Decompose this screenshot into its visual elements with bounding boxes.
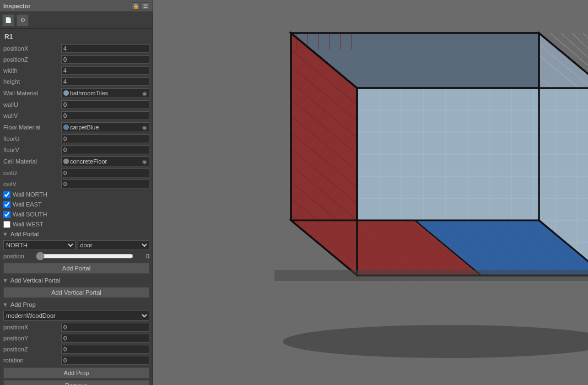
- prop-positionY-input[interactable]: [61, 334, 149, 343]
- prop-positionZ-input[interactable]: [61, 345, 149, 354]
- ceil-material-label: Ceil Material: [3, 158, 61, 165]
- prop-positionY-label: positionY: [3, 335, 61, 341]
- wall-south-label: Wall SOUTH: [13, 211, 47, 218]
- floor-material-arrow: ◉: [142, 124, 147, 131]
- floor-material-dot: [63, 124, 69, 130]
- wall-east-checkbox[interactable]: [3, 201, 10, 208]
- ceilU-label: ceilU: [3, 170, 61, 176]
- portal-type-select[interactable]: door window arch: [78, 240, 150, 250]
- floorV-input[interactable]: [61, 145, 149, 154]
- floor-material-select[interactable]: carpetBlue ◉: [61, 122, 149, 132]
- floorU-input[interactable]: [61, 134, 149, 143]
- inspector-toolbar: 📄 ⚙: [0, 12, 153, 29]
- lock-button[interactable]: 🔒: [132, 2, 139, 10]
- ceilU-input[interactable]: [61, 169, 149, 177]
- ceil-material-select[interactable]: concreteFloor ◉: [61, 156, 149, 166]
- positionX-input[interactable]: [61, 44, 149, 53]
- floorV-row: floorV: [0, 144, 153, 155]
- portal-position-value: 0: [136, 253, 149, 259]
- wall-material-row: Wall Material bathroomTiles ◉: [0, 87, 153, 99]
- floorV-label: floorV: [3, 147, 61, 153]
- wallV-label: wallV: [3, 112, 61, 119]
- wall-north-row: Wall NORTH: [0, 189, 153, 199]
- add-portal-label: Add Portal: [10, 231, 39, 237]
- prop-rotation-input[interactable]: [61, 356, 149, 365]
- ceil-material-dot: [63, 159, 69, 164]
- ceil-material-name: concreteFloor: [70, 158, 141, 165]
- wall-material-name: bathroomTiles: [70, 90, 141, 96]
- positionX-row: positionX: [0, 43, 153, 54]
- prop-rotation-row: rotation: [0, 355, 153, 366]
- height-label: height: [3, 78, 61, 85]
- add-portal-arrow: ▼: [2, 231, 8, 237]
- height-input[interactable]: [61, 77, 149, 86]
- inspector-header: Inspector 🔒 ☰: [0, 0, 153, 12]
- wall-material-arrow: ◉: [142, 90, 147, 96]
- ceilU-row: ceilU: [0, 167, 153, 178]
- wallV-input[interactable]: [61, 111, 149, 120]
- inspector-panel: Inspector 🔒 ☰ 📄 ⚙ R1 positionX positionZ…: [0, 0, 153, 385]
- add-vertical-portal-arrow: ▼: [2, 277, 8, 284]
- width-label: width: [3, 67, 61, 74]
- portal-position-row: position 0: [0, 251, 153, 261]
- wall-east-row: Wall EAST: [0, 199, 153, 209]
- prop-positionX-input[interactable]: [61, 323, 149, 332]
- portal-direction-select[interactable]: NORTH SOUTH EAST WEST: [3, 240, 75, 250]
- file-icon-button[interactable]: 📄: [2, 14, 14, 26]
- width-input[interactable]: [61, 66, 149, 75]
- portal-position-slider[interactable]: [36, 252, 133, 260]
- add-vertical-portal-button[interactable]: Add Vertical Portal: [3, 287, 149, 298]
- width-row: width: [0, 65, 153, 76]
- portal-dropdowns: NORTH SOUTH EAST WEST door window arch: [0, 239, 153, 251]
- positionZ-input[interactable]: [61, 55, 149, 64]
- inspector-controls: 🔒 ☰: [132, 2, 149, 10]
- portal-position-label: position: [3, 253, 34, 259]
- menu-button[interactable]: ☰: [142, 2, 149, 10]
- wall-material-dot: [63, 90, 69, 96]
- positionZ-label: positionZ: [3, 56, 61, 63]
- settings-icon-button[interactable]: ⚙: [17, 14, 29, 26]
- prop-positionZ-label: positionZ: [3, 346, 61, 353]
- wall-material-select[interactable]: bathroomTiles ◉: [61, 88, 149, 98]
- ceil-material-row: Ceil Material concreteFloor ◉: [0, 155, 153, 167]
- remove-button[interactable]: Remove: [3, 380, 149, 385]
- object-name: R1: [0, 31, 153, 43]
- prop-name-select[interactable]: modernWoodDoor: [3, 311, 149, 321]
- wallU-row: wallU: [0, 99, 153, 110]
- viewport: [153, 0, 588, 385]
- positionZ-row: positionZ: [0, 54, 153, 65]
- prop-positionX-label: positionX: [3, 324, 61, 330]
- add-prop-arrow: ▼: [2, 301, 8, 308]
- inspector-body[interactable]: R1 positionX positionZ width height Wall…: [0, 29, 153, 385]
- floorU-row: floorU: [0, 133, 153, 144]
- wall-south-row: Wall SOUTH: [0, 209, 153, 219]
- floor-material-name: carpetBlue: [70, 124, 141, 131]
- wall-west-row: Wall WEST: [0, 219, 153, 229]
- wall-material-label: Wall Material: [3, 90, 61, 96]
- floorU-label: floorU: [3, 135, 61, 142]
- add-prop-button[interactable]: Add Prop: [3, 367, 149, 378]
- wall-north-checkbox[interactable]: [3, 191, 10, 198]
- add-prop-section-header[interactable]: ▼ Add Prop: [0, 300, 153, 310]
- room-3d-view: [153, 0, 588, 385]
- inspector-title: Inspector: [3, 3, 31, 9]
- add-vertical-portal-label: Add Vertical Portal: [10, 277, 61, 284]
- prop-name-row: modernWoodDoor: [0, 310, 153, 322]
- add-portal-button[interactable]: Add Portal: [3, 263, 149, 274]
- add-vertical-portal-section-header[interactable]: ▼ Add Vertical Portal: [0, 275, 153, 285]
- wall-west-checkbox[interactable]: [3, 221, 10, 228]
- ceil-material-arrow: ◉: [142, 159, 147, 165]
- wall-south-checkbox[interactable]: [3, 211, 10, 218]
- wallU-input[interactable]: [61, 100, 149, 109]
- floor-material-label: Floor Material: [3, 124, 61, 131]
- prop-positionY-row: positionY: [0, 333, 153, 344]
- ceilV-input[interactable]: [61, 180, 149, 188]
- prop-rotation-label: rotation: [3, 357, 61, 364]
- add-prop-label: Add Prop: [10, 301, 36, 308]
- positionX-label: positionX: [3, 45, 61, 52]
- add-portal-section-header[interactable]: ▼ Add Portal: [0, 229, 153, 239]
- floor-material-row: Floor Material carpetBlue ◉: [0, 121, 153, 133]
- wall-west-label: Wall WEST: [13, 221, 44, 227]
- prop-positionX-row: positionX: [0, 322, 153, 333]
- ceilV-label: ceilV: [3, 181, 61, 187]
